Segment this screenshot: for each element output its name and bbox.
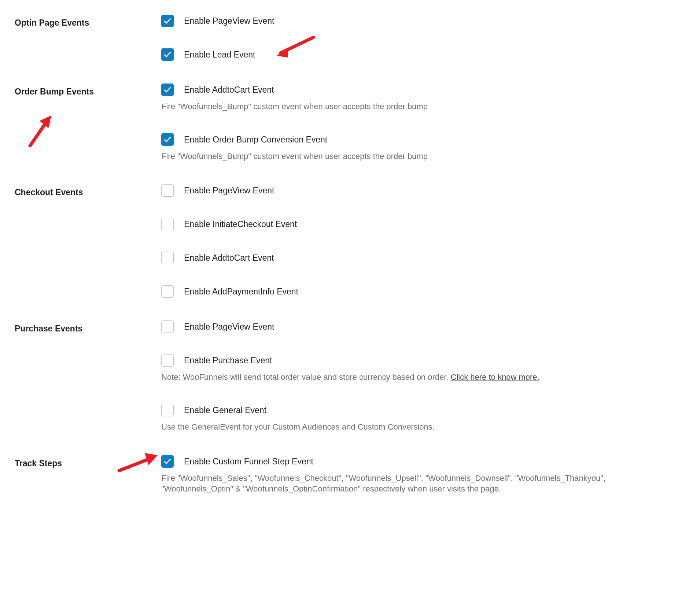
checkbox-purchase-pageview[interactable] [161,320,174,333]
field-orderbump-addtocart: Enable AddtoCart Event Fire "Woofunnels_… [161,84,674,112]
section-label-purchase: Purchase Events [15,320,161,334]
label-purchase-general[interactable]: Enable General Event [184,404,266,416]
field-optin-pageview: Enable PageView Event [161,15,674,27]
field-optin-lead: Enable Lead Event [161,48,674,61]
label-purchase-pageview[interactable]: Enable PageView Event [184,321,274,333]
checkbox-checkout-addpaymentinfo[interactable] [161,285,174,298]
checkbox-optin-lead[interactable] [161,48,174,61]
field-purchase-pageview: Enable PageView Event [161,320,674,333]
checkbox-checkout-addtocart[interactable] [161,252,174,264]
fields-checkout: Enable PageView Event Enable InitiateChe… [161,184,674,313]
label-orderbump-conversion[interactable]: Enable Order Bump Conversion Event [184,134,327,145]
label-checkout-addtocart[interactable]: Enable AddtoCart Event [184,252,274,264]
label-checkout-initiatecheckout[interactable]: Enable InitiateCheckout Event [184,218,297,230]
label-checkout-addpaymentinfo[interactable]: Enable AddPaymentInfo Event [184,286,298,297]
desc-purchase-general: Use the GeneralEvent for your Custom Aud… [161,422,674,433]
label-checkout-pageview[interactable]: Enable PageView Event [184,185,274,196]
checkbox-optin-pageview[interactable] [161,15,174,27]
desc-orderbump-addtocart: Fire "Woofunnels_Bump" custom event when… [161,101,674,112]
settings-form: Optin Page Events Enable PageView Event … [15,15,674,494]
section-purchase: Purchase Events Enable PageView Event En… [15,320,674,448]
desc-tracksteps-custom: Fire "Woofunnels_Sales", "Woofunnels_Che… [161,473,674,494]
desc-purchase-purchase-text: Note: WooFunnels will send total order v… [161,372,451,382]
link-purchase-know-more[interactable]: Click here to know more. [451,372,539,382]
label-optin-pageview[interactable]: Enable PageView Event [184,15,274,27]
checkbox-orderbump-addtocart[interactable] [161,84,174,96]
section-label-tracksteps: Track Steps [15,455,161,469]
label-purchase-purchase[interactable]: Enable Purchase Event [184,355,272,366]
section-checkout: Checkout Events Enable PageView Event En… [15,184,674,313]
checkbox-tracksteps-custom[interactable] [161,455,174,468]
field-checkout-initiatecheckout: Enable InitiateCheckout Event [161,218,674,230]
field-checkout-addpaymentinfo: Enable AddPaymentInfo Event [161,285,674,298]
label-tracksteps-custom[interactable]: Enable Custom Funnel Step Event [184,456,313,467]
label-orderbump-addtocart[interactable]: Enable AddtoCart Event [184,84,274,96]
section-tracksteps: Track Steps Enable Custom Funnel Step Ev… [15,455,674,494]
fields-tracksteps: Enable Custom Funnel Step Event Fire "Wo… [161,455,674,494]
fields-purchase: Enable PageView Event Enable Purchase Ev… [161,320,674,448]
section-optin: Optin Page Events Enable PageView Event … [15,15,674,76]
fields-optin: Enable PageView Event Enable Lead Event [161,15,674,76]
section-label-checkout: Checkout Events [15,184,161,198]
section-label-optin: Optin Page Events [15,15,161,29]
field-checkout-addtocart: Enable AddtoCart Event [161,252,674,264]
label-optin-lead[interactable]: Enable Lead Event [184,49,255,60]
field-tracksteps-custom: Enable Custom Funnel Step Event Fire "Wo… [161,455,674,494]
desc-purchase-purchase: Note: WooFunnels will send total order v… [161,372,674,383]
checkbox-purchase-purchase[interactable] [161,354,174,367]
checkbox-orderbump-conversion[interactable] [161,133,174,146]
section-label-orderbump: Order Bump Events [15,84,161,97]
field-purchase-general: Enable General Event Use the GeneralEven… [161,404,674,433]
checkbox-checkout-pageview[interactable] [161,184,174,197]
checkbox-purchase-general[interactable] [161,404,174,416]
field-purchase-purchase: Enable Purchase Event Note: WooFunnels w… [161,354,674,383]
desc-orderbump-conversion: Fire "Woofunnels_Bump" custom event when… [161,151,674,162]
field-checkout-pageview: Enable PageView Event [161,184,674,197]
section-orderbump: Order Bump Events Enable AddtoCart Event… [15,84,674,177]
fields-orderbump: Enable AddtoCart Event Fire "Woofunnels_… [161,84,674,177]
field-orderbump-conversion: Enable Order Bump Conversion Event Fire … [161,133,674,162]
checkbox-checkout-initiatecheckout[interactable] [161,218,174,230]
